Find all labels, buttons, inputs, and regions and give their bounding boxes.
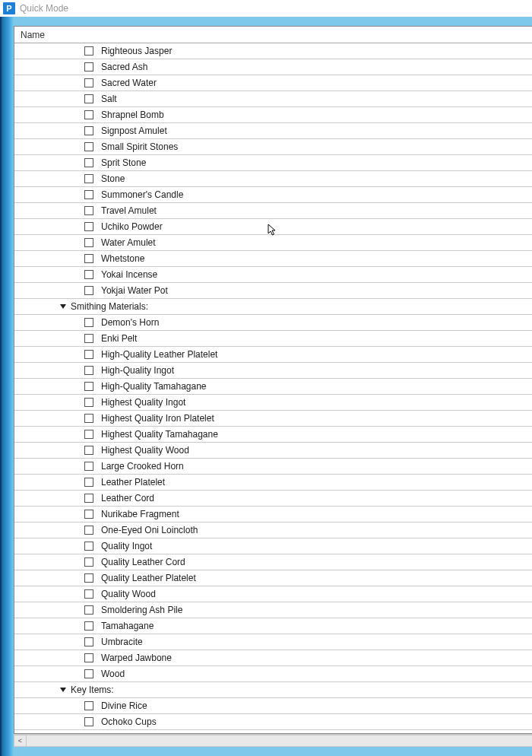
tree-item-row[interactable]: Nurikabe Fragment xyxy=(14,507,532,523)
tree-item-row[interactable]: Shrapnel Bomb xyxy=(14,107,532,123)
row-checkbox[interactable] xyxy=(84,238,93,247)
row-checkbox[interactable] xyxy=(84,286,93,295)
row-checkbox[interactable] xyxy=(84,526,93,535)
row-checkbox[interactable] xyxy=(84,430,93,439)
tree-item-row[interactable]: Highest Quality Iron Platelet xyxy=(14,411,532,427)
tree-item-row[interactable]: Leather Cord xyxy=(14,491,532,507)
row-checkbox[interactable] xyxy=(84,653,93,662)
tree-item-row[interactable]: Divine Rice xyxy=(14,698,532,714)
tree-item-row[interactable]: Small Spirit Stones xyxy=(14,139,532,155)
tree-item-row[interactable]: Sacred Ash xyxy=(14,59,532,75)
tree-item-row[interactable]: Sacred Water xyxy=(14,75,532,91)
tree-item-row[interactable]: Tamahagane xyxy=(14,618,532,634)
row-checkbox[interactable] xyxy=(84,414,93,423)
expand-collapse-icon[interactable] xyxy=(60,304,66,309)
row-checkbox[interactable] xyxy=(84,110,93,119)
tree-item-row[interactable]: Travel Amulet xyxy=(14,203,532,219)
row-label: Sprit Stone xyxy=(101,157,146,168)
row-checkbox[interactable] xyxy=(84,382,93,391)
horizontal-scrollbar[interactable]: < xyxy=(14,734,532,747)
tree-item-row[interactable]: Water Amulet xyxy=(14,235,532,251)
row-checkbox[interactable] xyxy=(84,701,93,710)
row-checkbox[interactable] xyxy=(84,542,93,551)
tree-item-row[interactable]: Umbracite xyxy=(14,634,532,650)
tree-item-row[interactable]: Quality Leather Platelet xyxy=(14,570,532,586)
titlebar[interactable]: P Quick Mode xyxy=(0,0,532,17)
tree-item-row[interactable]: One-Eyed Oni Loincloth xyxy=(14,523,532,538)
row-checkbox[interactable] xyxy=(84,494,93,503)
tree-item-row[interactable]: Uchiko Powder xyxy=(14,219,532,235)
tree-group-row[interactable]: Key Items: xyxy=(14,682,532,698)
tree-item-row[interactable]: Quality Ingot xyxy=(14,538,532,554)
row-checkbox[interactable] xyxy=(84,350,93,359)
row-checkbox[interactable] xyxy=(84,446,93,455)
row-label: Summoner's Candle xyxy=(101,189,183,200)
grid-body[interactable]: Righteous JasperSacred AshSacred WaterSa… xyxy=(14,43,532,733)
row-checkbox[interactable] xyxy=(84,398,93,407)
tree-item-row[interactable]: Enki Pelt xyxy=(14,331,532,347)
row-checkbox[interactable] xyxy=(84,190,93,199)
tree-group-row[interactable]: Smithing Materials: xyxy=(14,299,532,315)
scroll-left-button[interactable]: < xyxy=(14,735,27,747)
row-checkbox[interactable] xyxy=(84,254,93,263)
row-checkbox[interactable] xyxy=(84,462,93,471)
row-checkbox[interactable] xyxy=(84,126,93,135)
scroll-track[interactable] xyxy=(27,735,532,747)
tree-item-row[interactable]: Large Crooked Horn xyxy=(14,459,532,475)
column-header-name[interactable]: Name xyxy=(14,27,532,43)
row-checkbox[interactable] xyxy=(84,318,93,327)
row-checkbox[interactable] xyxy=(84,158,93,167)
tree-item-row[interactable]: Warped Jawbone xyxy=(14,650,532,666)
row-checkbox[interactable] xyxy=(84,270,93,279)
row-checkbox[interactable] xyxy=(84,366,93,375)
row-checkbox[interactable] xyxy=(84,222,93,231)
tree-item-row[interactable]: High-Quality Leather Platelet xyxy=(14,347,532,363)
tree-item-row[interactable]: Demon's Horn xyxy=(14,315,532,331)
tree-item-row[interactable]: Yokjai Water Pot xyxy=(14,283,532,299)
row-checkbox[interactable] xyxy=(84,717,93,726)
row-checkbox[interactable] xyxy=(84,510,93,519)
row-checkbox[interactable] xyxy=(84,46,93,56)
tree-item-row[interactable]: High-Quality Ingot xyxy=(14,363,532,379)
row-label: Large Crooked Horn xyxy=(101,461,184,472)
row-checkbox[interactable] xyxy=(84,142,93,151)
tree-item-row[interactable]: Ochoko Cups xyxy=(14,714,532,730)
row-checkbox[interactable] xyxy=(84,174,93,183)
tree-item-row[interactable]: Leather Platelet xyxy=(14,475,532,491)
row-label: Highest Quality Wood xyxy=(101,445,189,456)
row-checkbox[interactable] xyxy=(84,605,93,615)
tree-item-row[interactable]: Smoldering Ash Pile xyxy=(14,602,532,618)
row-label: Demon's Horn xyxy=(101,317,159,328)
tree-item-row[interactable]: High-Quality Tamahagane xyxy=(14,379,532,395)
tree-item-row[interactable]: Salt xyxy=(14,91,532,107)
tree-item-row[interactable]: Highest Quality Ingot xyxy=(14,395,532,411)
tree-item-row[interactable]: Sprit Stone xyxy=(14,155,532,171)
tree-item-row[interactable]: Stone xyxy=(14,171,532,187)
tree-item-row[interactable]: Summoner's Candle xyxy=(14,187,532,203)
row-label: Sacred Ash xyxy=(101,62,147,72)
tree-item-row[interactable]: Whetstone xyxy=(14,251,532,267)
row-checkbox[interactable] xyxy=(84,206,93,215)
tree-item-row[interactable]: Highest Quality Wood xyxy=(14,443,532,459)
row-checkbox[interactable] xyxy=(84,78,93,87)
row-checkbox[interactable] xyxy=(84,478,93,487)
tree-item-row[interactable]: Highest Quality Tamahagane xyxy=(14,427,532,443)
row-checkbox[interactable] xyxy=(84,94,93,103)
row-checkbox[interactable] xyxy=(84,62,93,71)
tree-item-row[interactable]: Wood xyxy=(14,666,532,682)
row-checkbox[interactable] xyxy=(84,334,93,343)
row-checkbox[interactable] xyxy=(84,573,93,583)
tree-item-row[interactable]: Signpost Amulet xyxy=(14,123,532,139)
tree-item-row[interactable]: Quality Leather Cord xyxy=(14,554,532,570)
row-label: Enki Pelt xyxy=(101,333,137,344)
tree-item-row[interactable]: Righteous Jasper xyxy=(14,43,532,59)
row-label: Smoldering Ash Pile xyxy=(101,605,182,615)
row-checkbox[interactable] xyxy=(84,669,93,678)
row-checkbox[interactable] xyxy=(84,637,93,646)
row-checkbox[interactable] xyxy=(84,589,93,599)
tree-item-row[interactable]: Yokai Incense xyxy=(14,267,532,283)
tree-item-row[interactable]: Quality Wood xyxy=(14,586,532,602)
row-checkbox[interactable] xyxy=(84,557,93,567)
expand-collapse-icon[interactable] xyxy=(60,688,66,692)
row-checkbox[interactable] xyxy=(84,621,93,631)
